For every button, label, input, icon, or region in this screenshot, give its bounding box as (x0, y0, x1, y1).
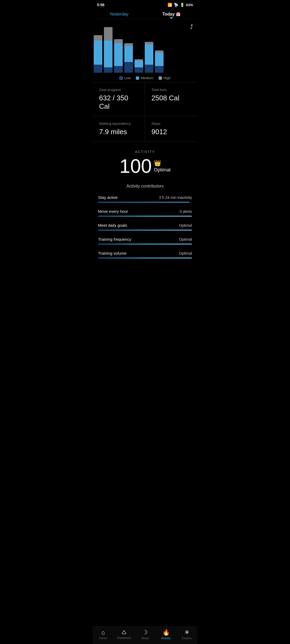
nav-tabs: Yesterday Today 📅 ⤴ (93, 9, 197, 19)
stat-burn-value: 2508 Cal (151, 94, 192, 102)
wifi-icon: 📶 (168, 3, 172, 7)
legend-dot-medium (136, 76, 139, 80)
status-icons: 📶 📡 🔋 63% (168, 3, 193, 7)
status-bar: 5:56 📶 📡 🔋 63% (93, 0, 197, 9)
bar-high (145, 42, 153, 45)
bar-high (104, 27, 113, 41)
activity-status: Optimal (154, 167, 171, 173)
stat-total-burn: Total burn 2508 Cal (145, 82, 197, 116)
explore-icon: ✳ (184, 630, 189, 635)
chart-bar-1 (94, 24, 102, 73)
contributor-header: Meet daily goals Optimal (98, 223, 192, 228)
progress-bar-fill (98, 258, 192, 258)
stat-walking-value: 7.9 miles (99, 128, 139, 136)
bar-medium (155, 53, 164, 66)
legend-medium: Medium (136, 76, 153, 80)
contributor-name: Meet daily goals (98, 223, 127, 228)
contributor-training-freq: Training frequency Optimal (93, 233, 197, 247)
nav-home[interactable]: ⌂ Home (95, 630, 111, 640)
activity-icon: 🔥 (162, 630, 170, 635)
progress-bar-bg (98, 258, 192, 258)
bar-low (155, 66, 164, 73)
contributor-move-hour: Move every hour 0 alerts (93, 205, 197, 219)
activity-score: 100 (119, 156, 152, 176)
contributor-value: 3 h 24 min inactivity (159, 195, 192, 200)
chart-bar-4 (124, 24, 133, 73)
legend-high-label: High (164, 76, 171, 80)
nav-activity-label: Activity (161, 636, 171, 640)
contributor-training-vol: Training volume Optimal (93, 247, 197, 261)
contributor-stay-active: Stay active 3 h 24 min inactivity (93, 191, 197, 205)
legend-medium-label: Medium (141, 76, 153, 80)
battery-percent: 63% (186, 3, 193, 7)
sleep-icon: ☽ (142, 630, 148, 635)
contributor-name: Stay active (98, 195, 118, 200)
stat-burn-label: Total burn (151, 88, 192, 92)
stat-steps-label: Steps (151, 122, 192, 126)
contributor-daily-goals: Meet daily goals Optimal (93, 219, 197, 233)
bar-low (135, 67, 143, 73)
contributor-name: Move every hour (98, 209, 128, 214)
progress-bar-fill (98, 216, 192, 217)
bar-medium (114, 43, 123, 66)
bar-low (114, 66, 123, 73)
contributor-header: Training frequency Optimal (98, 237, 192, 241)
status-time: 5:56 (97, 3, 104, 7)
bar-medium (135, 61, 143, 67)
legend-high: High (159, 76, 171, 80)
activity-title: ACTIVITY (98, 150, 192, 154)
bar-medium (94, 41, 102, 65)
activity-score-row: 100 👑 Optimal (98, 156, 192, 176)
battery-icon: 🔋 (180, 3, 184, 7)
bar-high (94, 35, 102, 41)
progress-bar-bg (98, 202, 192, 203)
calendar-icon: 📅 (176, 12, 180, 16)
stat-steps: Steps 9012 (145, 116, 197, 142)
chart-bar-6 (145, 24, 153, 73)
contributor-value: Optimal (179, 251, 192, 255)
activity-chart (93, 19, 197, 73)
chart-bar-3 (114, 24, 123, 73)
legend-low-label: Low (124, 76, 131, 80)
contributor-header: Move every hour 0 alerts (98, 209, 192, 214)
bar-high (124, 43, 133, 46)
stat-goal-label: Goal progress (99, 88, 139, 92)
bar-medium (145, 45, 153, 65)
nav-activity[interactable]: 🔥 Activity (158, 630, 174, 640)
bar-medium (104, 41, 113, 67)
chart-bar-5 (135, 24, 143, 73)
crown-icon: 👑 (154, 160, 161, 167)
contributors-title: Activity contributors (93, 178, 197, 191)
chart-bar-7 (155, 24, 164, 73)
nav-readiness[interactable]: ♺ Readiness (116, 630, 132, 639)
legend-dot-low (119, 76, 123, 80)
activity-badge: 👑 Optimal (154, 160, 171, 173)
today-tab[interactable]: Today 📅 (158, 11, 185, 18)
bar-high (155, 50, 164, 53)
nav-explore[interactable]: ✳ Explore (179, 630, 195, 640)
bar-low (104, 67, 113, 73)
bar-low (124, 62, 133, 73)
progress-bar-fill (98, 230, 192, 230)
stat-walking: Walking equivalency 7.9 miles (93, 116, 145, 142)
stat-goal-value: 632 / 350 Cal (99, 94, 139, 111)
stat-walking-label: Walking equivalency (99, 122, 139, 126)
progress-bar-bg (98, 230, 192, 230)
progress-bar-bg (98, 244, 192, 244)
contributor-value: Optimal (179, 223, 192, 228)
yesterday-tab[interactable]: Yesterday (105, 11, 133, 18)
stats-grid: Goal progress 632 / 350 Cal Total burn 2… (93, 82, 197, 142)
progress-bar-fill (98, 244, 192, 244)
stat-steps-value: 9012 (151, 128, 192, 136)
nav-sleep[interactable]: ☽ Sleep (137, 630, 153, 640)
home-icon: ⌂ (101, 630, 105, 635)
legend-low: Low (119, 76, 131, 80)
signal-icon: 📡 (174, 3, 178, 7)
bar-low (145, 65, 153, 73)
bar-medium (124, 46, 133, 62)
contributor-name: Training volume (98, 251, 126, 255)
contributor-name: Training frequency (98, 237, 131, 241)
nav-readiness-label: Readiness (117, 636, 131, 639)
chart-legend: Low Medium High (93, 73, 197, 82)
legend-dot-high (159, 76, 162, 80)
